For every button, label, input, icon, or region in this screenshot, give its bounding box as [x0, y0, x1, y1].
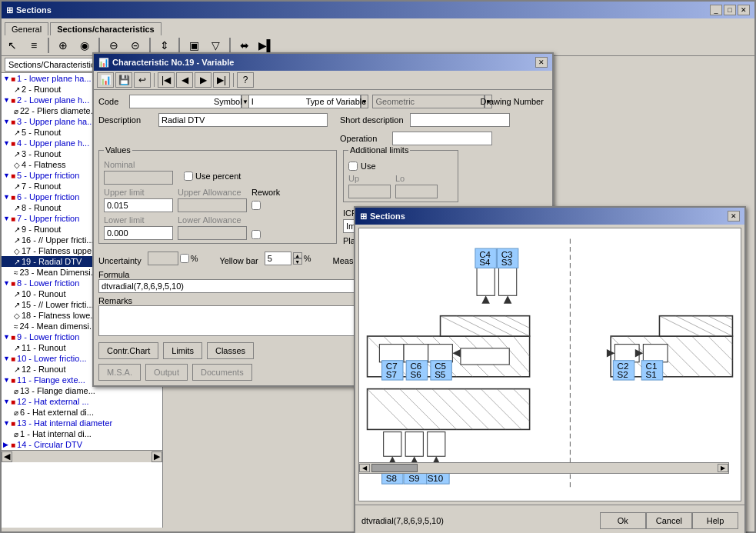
double-arrow-icon[interactable]: ⇕ — [155, 37, 174, 54]
sections-body: C4 S4 C3 S3 C7 S7 C6 S6 C5 S5 — [355, 225, 744, 505]
short-desc-input[interactable] — [410, 113, 510, 127]
square-tool-icon[interactable]: ▣ — [185, 37, 203, 54]
upper-allowance-label: Upper Allowance — [178, 188, 247, 197]
char-window-controls: ✕ — [535, 57, 548, 68]
sidebar-item-30[interactable]: ⌀13 - Flange diame... — [2, 385, 162, 396]
scroll-right-btn[interactable]: ▶ — [152, 451, 162, 462]
symbol-field: ▼ — [248, 95, 291, 108]
type-label: Type of Variable — [306, 97, 367, 106]
rework-label: Rework — [251, 188, 280, 197]
output-button[interactable]: Output — [145, 364, 188, 381]
use-checkbox[interactable] — [348, 162, 358, 171]
upper-limit-input[interactable] — [104, 198, 173, 212]
maximize-button[interactable]: □ — [724, 5, 736, 15]
lower-limit-input[interactable] — [104, 226, 173, 240]
filmstrip-icon[interactable]: ▶▌ — [257, 37, 275, 54]
save-toolbar-btn[interactable]: 💾 — [115, 72, 132, 88]
documents-button[interactable]: Documents — [192, 364, 252, 381]
scroll-left-btn[interactable]: ◀ — [2, 451, 12, 462]
sidebar-item-34[interactable]: ⌀1 - Hat internal di... — [2, 428, 162, 439]
minimize-button[interactable]: _ — [710, 5, 722, 15]
upper-limit-label: Upper limit — [104, 188, 173, 197]
classes-button[interactable]: Classes — [207, 342, 254, 359]
nominal-input — [104, 171, 173, 185]
sections-cancel-button[interactable]: Cancel — [646, 512, 692, 529]
svg-text:S8: S8 — [386, 473, 397, 483]
char-title-text: 📊 Characteristic No.19 - Variable — [98, 58, 234, 68]
toolbar-separator-1 — [48, 38, 49, 53]
sections-close-button[interactable]: ✕ — [728, 211, 740, 222]
icr-row: Operation — [98, 132, 548, 145]
limits-row: Upper limit Upper Allowance Rework — [104, 188, 331, 212]
char-help-btn[interactable]: ? — [237, 72, 254, 88]
circle-dot-icon[interactable]: ◉ — [75, 37, 94, 54]
nominal-row: Nominal Use percent — [104, 160, 331, 185]
hscroll-thumb[interactable] — [371, 464, 418, 472]
yellow-bar-input[interactable] — [265, 252, 291, 265]
first-btn[interactable]: |◀ — [158, 72, 175, 88]
circle-plus-icon[interactable]: ⊕ — [54, 37, 72, 54]
rework-lower-col — [251, 215, 261, 240]
sidebar-hscroll[interactable]: ◀ ▶ — [2, 450, 162, 462]
sidebar-item-35[interactable]: ▶■ 14 - Circular DTV — [2, 439, 162, 450]
operation-input[interactable] — [392, 132, 492, 145]
uncertainty-label: Uncertainty — [98, 256, 142, 265]
arrow-left-circle-icon[interactable]: ⊖ — [105, 37, 123, 54]
triangle-tool-icon[interactable]: ▽ — [206, 37, 225, 54]
rework-upper-checkbox[interactable] — [251, 201, 261, 210]
rework-lower-checkbox[interactable] — [251, 230, 261, 239]
svg-rect-63 — [643, 345, 668, 362]
lo-col: Lo — [395, 174, 438, 198]
svg-text:S5: S5 — [435, 369, 445, 379]
app-icon: ⊞ — [6, 5, 13, 15]
rework-col: Rework — [251, 188, 280, 212]
sidebar-item-31[interactable]: ▼■ 12 - Hat external ... — [2, 396, 162, 407]
hscroll-right-btn[interactable]: ▶ — [718, 464, 728, 472]
use-percent-row: Use percent — [184, 172, 241, 181]
svg-rect-49 — [428, 432, 445, 457]
values-group-title: Values — [104, 145, 132, 155]
sections-canvas: C4 S4 C3 S3 C7 S7 C6 S6 C5 S5 — [358, 228, 741, 501]
next-btn[interactable]: ▶ — [195, 72, 211, 88]
use-percent-checkbox[interactable] — [184, 172, 193, 181]
add-limits-group: Additional limits Use Up Lo — [343, 150, 458, 202]
arrow-tool-icon[interactable]: ↖ — [3, 37, 22, 54]
msa-button[interactable]: M.S.A. — [98, 364, 141, 381]
contr-chart-button[interactable]: Contr.Chart — [98, 342, 158, 359]
hscroll-left-btn[interactable]: ◀ — [359, 464, 370, 472]
limits-button[interactable]: Limits — [163, 342, 202, 359]
undo-toolbar-btn[interactable]: ↩ — [134, 72, 151, 88]
upper-limit-col: Upper limit — [104, 188, 173, 212]
sections-formula-display: dtvradial(7,8,6,9,5,10) — [361, 516, 600, 525]
description-input[interactable] — [158, 113, 328, 127]
yellow-bar-down-btn[interactable]: ▼ — [293, 258, 302, 265]
sidebar-item-33[interactable]: ▼■ 13 - Hat internal diameter — [2, 418, 162, 428]
lo-label: Lo — [395, 174, 438, 183]
add-limits-title: Additional limits — [348, 145, 410, 155]
rect-arrows-icon[interactable]: ⬌ — [235, 37, 254, 54]
yellow-bar-up-btn[interactable]: ▲ — [293, 252, 302, 258]
last-btn[interactable]: ▶| — [213, 72, 230, 88]
svg-text:S2: S2 — [618, 369, 628, 379]
prev-btn[interactable]: ◀ — [176, 72, 193, 88]
lower-limits-row: Lower limit Lower Allowance — [104, 215, 331, 240]
tab-general[interactable]: General — [5, 22, 48, 35]
tab-sections[interactable]: Sections/characteristics — [50, 22, 162, 35]
lines-tool-icon[interactable]: ≡ — [25, 37, 43, 54]
char-close-button[interactable]: ✕ — [535, 57, 548, 68]
svg-rect-55 — [379, 345, 404, 362]
sections-ok-button[interactable]: Ok — [600, 512, 646, 529]
arrow-right-circle-icon[interactable]: ⊝ — [126, 37, 145, 54]
sections-hscroll[interactable]: ◀ ▶ — [358, 462, 729, 474]
char-icon-btn[interactable]: 📊 — [97, 72, 114, 88]
uncertainty-checkbox[interactable] — [180, 254, 189, 263]
lo-input — [395, 185, 438, 198]
svg-rect-51 — [477, 267, 495, 295]
svg-marker-54 — [504, 295, 512, 304]
close-button[interactable]: ✕ — [738, 5, 750, 15]
sidebar-item-32[interactable]: ⌀6 - Hat external di... — [2, 407, 162, 418]
svg-text:S7: S7 — [386, 369, 397, 379]
uncertainty-fields: % — [148, 252, 198, 265]
machine-diagram: C4 S4 C3 S3 C7 S7 C6 S6 C5 S5 — [359, 228, 741, 501]
sections-help-button[interactable]: Help — [692, 512, 738, 529]
